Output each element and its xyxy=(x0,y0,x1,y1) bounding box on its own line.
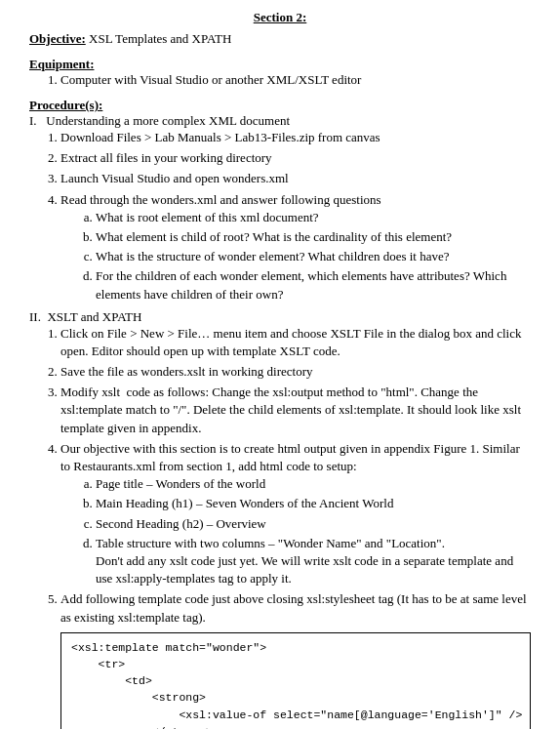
equipment-label: Equipment: xyxy=(29,57,531,72)
list-item: Click on File > New > File… menu item an… xyxy=(60,325,531,360)
list-item: Page title – Wonders of the world xyxy=(96,475,531,493)
decimal-list-i: Download Files > Lab Manuals > Lab13-Fil… xyxy=(29,129,531,304)
list-item: What element is child of root? What is t… xyxy=(96,228,531,246)
list-item: Computer with Visual Studio or another X… xyxy=(60,72,531,88)
objective-label: Objective: xyxy=(29,31,86,46)
procedures-section: Procedure(s): I. Understanding a more co… xyxy=(29,98,531,729)
procedures-label: Procedure(s): xyxy=(29,98,531,113)
list-item: Modify xslt code as follows: Change the … xyxy=(60,384,531,437)
roman-item-ii: II. XSLT and XPATH Click on File > New >… xyxy=(29,309,531,729)
equipment-section: Equipment: Computer with Visual Studio o… xyxy=(29,57,531,88)
roman-numeral-i: I. Understanding a more complex XML docu… xyxy=(29,113,290,128)
list-item: Download Files > Lab Manuals > Lab13-Fil… xyxy=(60,129,531,146)
alpha-list-ii: Page title – Wonders of the world Main H… xyxy=(60,475,531,587)
list-item: Read through the wonders.xml and answer … xyxy=(60,191,531,304)
decimal-list-ii: Click on File > New > File… menu item an… xyxy=(29,325,531,729)
roman-item-i: I. Understanding a more complex XML docu… xyxy=(29,113,531,304)
list-item: Extract all files in your working direct… xyxy=(60,149,531,167)
code-block: <xsl:template match="wonder"> <tr> <td> … xyxy=(60,632,531,729)
list-item: Add following template code just above c… xyxy=(60,590,531,729)
equipment-list: Computer with Visual Studio or another X… xyxy=(29,72,531,88)
list-item: Main Heading (h1) – Seven Wonders of the… xyxy=(96,495,531,512)
list-item: For the children of each wonder element,… xyxy=(96,267,531,303)
objective-section: Objective: XSL Templates and XPATH xyxy=(29,31,531,47)
list-item: What is root element of this xml documen… xyxy=(96,209,531,226)
list-item: Second Heading (h2) – Overview xyxy=(96,515,531,533)
list-item: Launch Visual Studio and open wonders.xm… xyxy=(60,170,531,187)
list-item: What is the structure of wonder element?… xyxy=(96,248,531,265)
alpha-list: What is root element of this xml documen… xyxy=(60,209,531,304)
list-item: Save the file as wonders.xslt in working… xyxy=(60,363,531,381)
roman-numeral-ii: II. XSLT and XPATH xyxy=(29,309,141,324)
roman-list: I. Understanding a more complex XML docu… xyxy=(29,113,531,729)
page-title: Section 2: xyxy=(29,10,531,25)
list-item: Our objective with this section is to cr… xyxy=(60,440,531,588)
list-item: Table structure with two columns – "Wond… xyxy=(96,535,531,588)
